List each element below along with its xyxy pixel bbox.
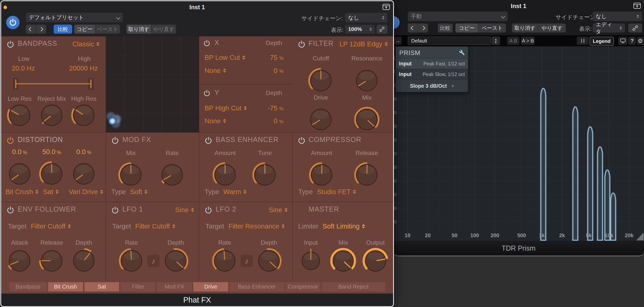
link-button[interactable] <box>628 24 642 33</box>
bandpass-power-icon[interactable] <box>6 40 14 49</box>
lfo1-power-icon[interactable] <box>111 206 120 214</box>
prism-preset-dropdown[interactable]: Default <box>408 37 491 45</box>
mod-fx-power-icon[interactable] <box>111 136 120 145</box>
bandpass-low-handle[interactable] <box>15 80 16 88</box>
env-follower-power-icon[interactable] <box>6 206 14 214</box>
low-res-knob[interactable] <box>5 101 34 130</box>
env-release-knob[interactable] <box>37 246 66 275</box>
mod-fx-rate-knob[interactable] <box>158 160 187 189</box>
power-button[interactable] <box>6 16 20 29</box>
slope-dropdown[interactable]: Slope 3 dB/Oct ▾ <box>396 80 468 92</box>
arrow-icon[interactable]: → <box>394 37 402 45</box>
next-preset-button[interactable] <box>418 24 428 33</box>
compare-button[interactable]: 比較 <box>54 25 72 34</box>
bass-amount-knob[interactable] <box>211 160 240 189</box>
reject-mix-knob[interactable] <box>37 101 66 130</box>
tab-sat[interactable]: Sat <box>84 282 120 291</box>
distortion-slot3-dropdown[interactable]: Vari Drive <box>69 188 103 196</box>
copy-button[interactable]: コピー <box>456 24 478 33</box>
bass-type-dropdown[interactable]: Type Warm <box>204 188 246 196</box>
vari-drive-value[interactable]: 0.0 % <box>68 148 99 156</box>
comp-release-knob[interactable] <box>352 160 381 189</box>
bass-tune-knob[interactable] <box>250 160 279 189</box>
distortion-slot1-dropdown[interactable]: Bit Crush <box>6 188 38 196</box>
lfo2-sync-button[interactable]: ♪ <box>240 255 253 267</box>
lfo2-power-icon[interactable] <box>204 206 212 214</box>
env-target-dropdown[interactable]: Target Filter Cutoff <box>8 222 71 230</box>
master-input-knob[interactable] <box>296 246 325 275</box>
lfo1-sync-button[interactable]: ♪ <box>147 255 160 267</box>
display-button[interactable] <box>618 37 628 45</box>
xy-pad[interactable] <box>106 36 199 133</box>
filter-mix-knob[interactable] <box>352 105 381 134</box>
bandpass-range-track[interactable] <box>16 83 90 84</box>
compare-button[interactable]: 比較 <box>438 24 453 33</box>
cutoff-knob[interactable] <box>306 66 335 95</box>
tab-filter[interactable]: Filter <box>120 282 156 291</box>
bass-enhancer-power-icon[interactable] <box>204 136 212 145</box>
xy-pad-ball[interactable] <box>108 117 117 125</box>
ab-button[interactable]: A B <box>507 37 520 45</box>
env-depth-knob[interactable] <box>70 246 98 275</box>
link-button[interactable] <box>376 25 387 34</box>
compressor-power-icon[interactable] <box>298 136 306 145</box>
y-power-icon[interactable] <box>203 89 211 97</box>
lfo2-depth-knob[interactable] <box>254 246 283 275</box>
undo-button[interactable]: 取り消す <box>512 24 538 33</box>
next-preset-button[interactable] <box>36 25 46 34</box>
y-depth2-value[interactable]: 0 % <box>274 117 284 125</box>
master-mix-knob[interactable] <box>329 246 358 275</box>
tab-compressor[interactable]: Compressor <box>286 282 320 291</box>
wrench-icon[interactable] <box>459 50 465 55</box>
filter-drive-knob[interactable] <box>306 105 335 134</box>
detach-window-icon[interactable] <box>382 4 390 10</box>
lfo1-wave-dropdown[interactable]: Sine <box>175 206 194 214</box>
prev-preset-button[interactable] <box>26 25 36 34</box>
x-target-dropdown[interactable]: BP Low Cut <box>204 54 245 61</box>
high-res-knob[interactable] <box>70 101 98 130</box>
distortion-slot2-dropdown[interactable]: Sat <box>43 188 59 196</box>
pause-button[interactable] <box>577 37 589 45</box>
lfo2-rate-knob[interactable] <box>210 246 239 275</box>
view-dropdown[interactable]: エディタ <box>593 24 625 33</box>
x-depth-value[interactable]: 75 % <box>270 54 284 61</box>
y-target2-dropdown[interactable]: None <box>204 117 226 125</box>
comp-amount-knob[interactable] <box>307 160 336 189</box>
bit-crush-knob[interactable] <box>5 159 34 188</box>
compressor-type-dropdown[interactable]: Type Studio FET <box>298 188 356 196</box>
redo-button[interactable]: やり直す <box>151 25 176 34</box>
env-attack-knob[interactable] <box>5 246 34 275</box>
tab-mod-fx[interactable]: Mod FX <box>157 282 192 291</box>
distortion-power-icon[interactable] <box>6 136 14 145</box>
paste-button[interactable]: ペースト <box>478 24 506 33</box>
y-depth-value[interactable]: -75 % <box>268 104 284 112</box>
prism-channel-row[interactable]: Input Peak Slow, 1/12 oct <box>396 69 468 80</box>
mod-fx-type-dropdown[interactable]: Type Soft <box>111 188 148 196</box>
x-target2-dropdown[interactable]: None <box>204 67 226 75</box>
preset-dropdown[interactable]: デフォルトプリセット <box>26 13 123 22</box>
lfo1-rate-knob[interactable] <box>117 246 146 275</box>
a-to-b-button[interactable]: A > B <box>521 37 535 45</box>
mod-fx-mix-knob[interactable] <box>116 160 145 189</box>
sat-knob[interactable] <box>37 159 66 188</box>
undo-button[interactable]: 取り消す <box>126 25 151 34</box>
lfo2-wave-dropdown[interactable]: Sine <box>269 206 288 214</box>
filter-power-icon[interactable] <box>298 40 306 49</box>
resonance-knob[interactable] <box>352 66 381 95</box>
copy-button[interactable]: コピー <box>74 25 95 34</box>
preset-dropdown[interactable]: 手動 <box>408 12 508 21</box>
detach-window-icon[interactable] <box>633 3 641 9</box>
prism-channel-row[interactable]: Input Peak Fast, 1/12 oct <box>396 59 468 69</box>
x-power-icon[interactable] <box>203 40 211 47</box>
sidechain-dropdown[interactable]: なし <box>345 13 387 23</box>
bandpass-mode-dropdown[interactable]: Classic <box>72 40 100 48</box>
vari-drive-knob[interactable] <box>70 159 98 188</box>
limiter-dropdown[interactable]: Limiter Soft Limiting <box>298 222 365 230</box>
y-target-dropdown[interactable]: BP High Cut <box>204 104 247 112</box>
lfo2-target-dropdown[interactable]: Target Filter Resonance <box>206 222 285 230</box>
tab-bit-crush[interactable]: Bit Crush <box>48 282 83 291</box>
help-button[interactable]: ? <box>628 37 636 45</box>
paste-button[interactable]: ペースト <box>95 25 120 34</box>
redo-button[interactable]: やり直す <box>538 24 566 33</box>
bandpass-high-handle[interactable] <box>90 80 92 88</box>
